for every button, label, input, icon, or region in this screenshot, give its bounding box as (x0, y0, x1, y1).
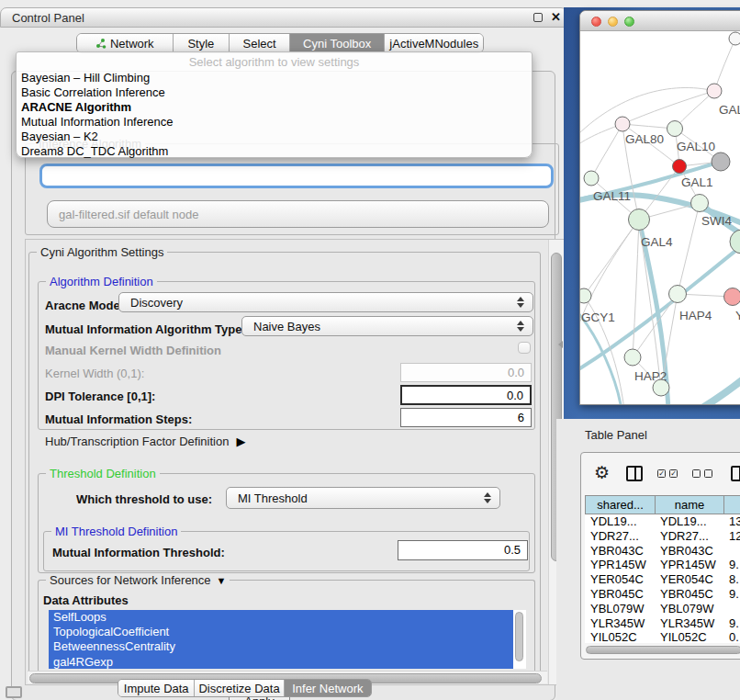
network-node-HAP2[interactable] (624, 349, 641, 366)
network-window-titlebar[interactable] (580, 11, 740, 31)
mi-steps-input[interactable]: 6 (400, 408, 532, 427)
control-panel-titlebar[interactable]: Control Panel ✕ (0, 7, 567, 28)
expand-right-icon[interactable]: ▶ (236, 435, 245, 448)
close-traffic-light-icon[interactable] (591, 17, 601, 27)
hub-definition-expander[interactable]: Hub/Transcription Factor Definition ▶ (45, 435, 245, 448)
collapse-down-icon[interactable]: ▼ (217, 575, 227, 586)
splitpane-arrow-icon[interactable] (558, 341, 563, 348)
table-row[interactable]: YBR045CYBR045C9. (585, 587, 740, 602)
table-toolbar: ⚙ ✓ ✓ (581, 453, 740, 493)
network-node-GAL80[interactable] (615, 117, 630, 131)
aracne-mode-value: Discovery (130, 296, 183, 310)
tab-style[interactable]: Style (174, 34, 230, 52)
column-layout-icon[interactable] (626, 466, 643, 481)
node-label: Y (735, 309, 740, 322)
algorithm-option[interactable]: Dream8 DC_TDC Algorithm (17, 144, 532, 159)
network-view-window[interactable]: GALGAL80GAL10GAL1GAL11SWI4GAL4HAP4YGCY1H… (579, 10, 740, 405)
table-row[interactable]: YDR27...YDR27...12 (585, 529, 740, 544)
mi-type-select[interactable]: Naive Bayes (241, 316, 533, 336)
network-edge[interactable] (591, 124, 622, 178)
tab-label: Cyni Toolbox (303, 37, 371, 51)
minimize-traffic-light-icon[interactable] (608, 17, 618, 27)
close-icon[interactable]: ✕ (551, 13, 561, 22)
table-body: YDL19...YDL19...13YDR27...YDR27...12YBR0… (585, 514, 740, 643)
table-panel: Table Panel ⚙ ✓ ✓ shared...nameA YDL19..… (556, 419, 740, 700)
column-icon-partial[interactable] (731, 466, 740, 481)
minimized-panel-icon[interactable] (6, 686, 22, 698)
network-node-node-pink-top[interactable] (707, 84, 722, 98)
kernel-width-input[interactable]: 0.0 (400, 363, 532, 382)
tab-network[interactable]: Network (77, 34, 174, 52)
network-edge[interactable] (622, 91, 714, 124)
aracne-mode-select[interactable]: Discovery (118, 292, 533, 312)
network-node-HAP4[interactable] (669, 286, 687, 303)
tab-jactivemnodules[interactable]: jActiveMNodules (385, 34, 483, 52)
network-edge[interactable] (633, 220, 639, 357)
network-node-node-gray[interactable] (712, 152, 730, 171)
network-canvas[interactable]: GALGAL80GAL10GAL1GAL11SWI4GAL4HAP4YGCY1H… (580, 31, 740, 405)
algorithm-option[interactable]: Bayesian – K2 (17, 130, 532, 144)
table-row[interactable]: YLR345WYLR345W9. (585, 616, 740, 631)
select-all-icon[interactable]: ✓ ✓ (657, 469, 678, 478)
data-attribute-item[interactable]: SelfLoops (49, 610, 513, 625)
network-node-GAL1[interactable] (673, 160, 687, 174)
node-label: GAL1 (681, 175, 713, 189)
table-cell: YBL079W (655, 602, 723, 616)
network-node-node-bottom[interactable] (653, 379, 669, 396)
table-column-header[interactable]: shared... (585, 495, 655, 514)
table-cell: YBR043C (585, 544, 655, 559)
deselect-all-icon[interactable] (692, 469, 712, 478)
table-cell: YPR145W (585, 558, 655, 572)
data-attribute-item[interactable]: BetweennessCentrality (49, 639, 513, 654)
table-row[interactable]: YBL079WYBL079W (585, 602, 740, 616)
network-node-GAL10[interactable] (667, 121, 683, 137)
network-node-node-salmon[interactable] (724, 288, 740, 306)
network-node-GAL4[interactable] (629, 209, 650, 231)
network-node-node-big-right[interactable] (730, 230, 740, 254)
data-attribute-item[interactable]: gal4RGexp (49, 655, 513, 669)
tab-select[interactable]: Select (230, 34, 290, 52)
tab-impute-data[interactable]: Impute Data (118, 680, 195, 696)
network-node-GCY1[interactable] (580, 288, 591, 303)
network-edge[interactable] (714, 39, 735, 91)
network-node-GAL11[interactable] (584, 171, 599, 186)
which-threshold-label: Which threshold to use: (76, 492, 212, 506)
table-row[interactable]: YPR145WYPR145W9. (585, 558, 740, 572)
which-threshold-select[interactable]: MI Threshold (226, 487, 500, 509)
algorithm-option[interactable]: Basic Correlation Inference (17, 85, 532, 100)
table-cell: 9. (723, 587, 740, 602)
data-attributes-list[interactable]: SelfLoopsTopologicalCoefficientBetweenne… (49, 610, 526, 669)
table-row[interactable]: YIL052CYIL052C0. (585, 630, 740, 643)
table-cell: 9. (723, 616, 740, 631)
algorithm-option[interactable]: Mutual Information Inference (17, 115, 532, 130)
table-cell: YBL079W (585, 602, 655, 616)
network-node-SWI4[interactable] (691, 195, 709, 212)
gear-icon[interactable]: ⚙ (594, 464, 610, 482)
table-source-select[interactable]: gal-filtered.sif default node (47, 200, 549, 228)
table-row[interactable]: YDL19...YDL19...13 (585, 514, 740, 529)
tab-infer-network[interactable]: Infer Network (285, 680, 371, 696)
network-edge[interactable] (690, 371, 740, 405)
tab-discretize-data[interactable]: Discretize Data (195, 680, 284, 696)
attributes-scrollbar[interactable] (515, 612, 523, 661)
table-column-header[interactable]: name (655, 495, 723, 514)
algorithm-option[interactable]: Bayesian – Hill Climbing (17, 71, 532, 85)
mi-threshold-input[interactable]: 0.5 (398, 540, 528, 560)
table-cell (723, 602, 740, 616)
manual-kernel-checkbox[interactable] (518, 342, 531, 354)
table-horizontal-scrollbar[interactable] (586, 646, 740, 654)
network-edge[interactable] (580, 220, 639, 344)
table-column-header[interactable]: A (723, 495, 740, 514)
node-table-box: ⚙ ✓ ✓ shared...nameA YDL19...YDL19...13Y… (580, 452, 740, 660)
float-window-icon[interactable] (533, 13, 543, 22)
dpi-tolerance-input[interactable]: 0.0 (400, 385, 532, 405)
table-row[interactable]: YER054CYER054C8. (585, 572, 740, 587)
tab-cyni-toolbox[interactable]: Cyni Toolbox (290, 34, 386, 52)
table-row[interactable]: YBR043CYBR043C (585, 544, 740, 559)
zoom-traffic-light-icon[interactable] (624, 17, 634, 27)
network-node-node-topright[interactable] (729, 32, 740, 45)
algorithm-select-focused[interactable] (39, 164, 554, 188)
data-attribute-item[interactable]: TopologicalCoefficient (49, 625, 513, 639)
tab-content-panel: Inference Algorithm gal-filtered.sif def… (11, 71, 555, 700)
algorithm-option[interactable]: ARACNE Algorithm (17, 100, 532, 115)
